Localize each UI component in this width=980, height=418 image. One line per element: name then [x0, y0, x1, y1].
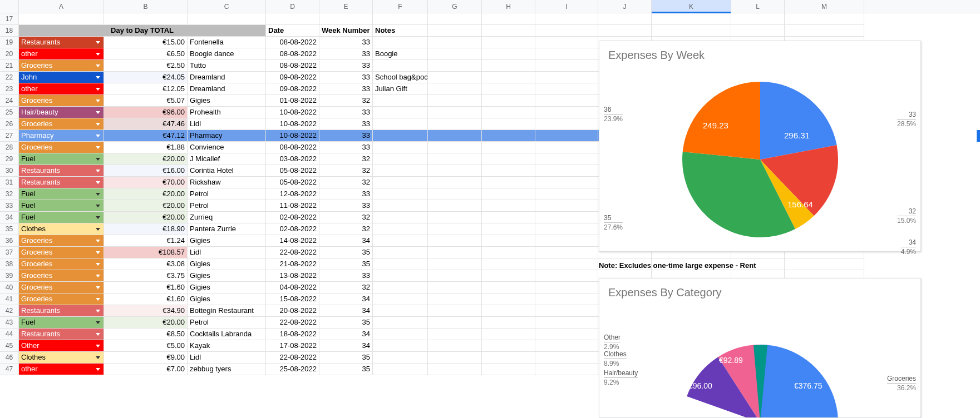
week-cell[interactable]: 34 [319, 305, 373, 317]
amount-cell[interactable]: €20.00 [104, 317, 188, 329]
category-dropdown[interactable]: Groceries [19, 270, 104, 282]
amount-cell[interactable]: €5.00 [104, 340, 188, 352]
cell[interactable] [428, 142, 482, 153]
week-cell[interactable]: 33 [319, 200, 373, 212]
cell[interactable] [482, 317, 535, 329]
week-cell[interactable]: 32 [319, 212, 373, 223]
chart-expenses-by-category[interactable]: Expenses By Category €92.89 €96.00 €376.… [599, 278, 921, 418]
col-header-H[interactable]: H [482, 0, 535, 13]
week-cell[interactable]: 32 [319, 165, 373, 177]
row-header[interactable]: 28 [0, 142, 19, 153]
row-header[interactable]: 24 [0, 95, 19, 107]
desc-cell[interactable]: Zurrieq [188, 212, 266, 223]
note-cell[interactable] [373, 153, 428, 165]
cell[interactable] [428, 352, 482, 364]
cell[interactable] [428, 153, 482, 165]
amount-cell[interactable]: €6.50 [104, 48, 188, 60]
note-cell[interactable] [373, 60, 428, 72]
cell[interactable] [188, 13, 266, 25]
cell[interactable] [482, 13, 535, 25]
amount-cell[interactable]: €9.00 [104, 352, 188, 364]
date-cell[interactable]: 09-08-2022 [266, 83, 319, 95]
category-dropdown[interactable]: Groceries [19, 258, 104, 270]
category-dropdown[interactable]: Restaurants [19, 165, 104, 177]
note-cell[interactable] [373, 258, 428, 270]
desc-cell[interactable]: Bottegin Restaurant [188, 305, 266, 317]
row-header[interactable]: 30 [0, 165, 19, 177]
row-header[interactable]: 18 [0, 25, 19, 37]
cell[interactable] [482, 340, 535, 352]
cell[interactable] [266, 13, 319, 25]
category-dropdown[interactable]: Groceries [19, 118, 104, 130]
cell[interactable] [535, 270, 598, 282]
row-header[interactable]: 38 [0, 258, 19, 270]
row-header[interactable]: 44 [0, 329, 19, 340]
cell[interactable] [482, 247, 535, 258]
date-cell[interactable]: 05-08-2022 [266, 177, 319, 188]
note-cell[interactable] [373, 364, 428, 375]
cell[interactable] [428, 200, 482, 212]
date-cell[interactable]: 02-08-2022 [266, 223, 319, 235]
date-cell[interactable]: 05-08-2022 [266, 165, 319, 177]
note-cell[interactable] [373, 130, 428, 142]
note-cell[interactable] [373, 37, 428, 48]
cell[interactable] [482, 364, 535, 375]
category-dropdown[interactable]: Restaurants [19, 37, 104, 48]
desc-cell[interactable]: J Micallef [188, 153, 266, 165]
row-header[interactable]: 25 [0, 107, 19, 118]
category-dropdown[interactable]: Groceries [19, 60, 104, 72]
row-header[interactable]: 34 [0, 212, 19, 223]
category-dropdown[interactable]: Groceries [19, 142, 104, 153]
col-header-B[interactable]: B [104, 0, 188, 13]
cell[interactable] [535, 235, 598, 247]
cell[interactable] [535, 364, 598, 375]
note-cell[interactable] [373, 317, 428, 329]
cell[interactable] [535, 317, 598, 329]
week-cell[interactable]: 33 [319, 118, 373, 130]
category-dropdown[interactable]: Pharmacy [19, 130, 104, 142]
col-header-A[interactable]: A [19, 0, 104, 13]
week-cell[interactable]: 33 [319, 130, 373, 142]
cell[interactable] [535, 118, 598, 130]
cell[interactable] [535, 200, 598, 212]
category-dropdown[interactable]: Restaurants [19, 177, 104, 188]
week-cell[interactable]: 32 [319, 177, 373, 188]
note-cell[interactable] [373, 270, 428, 282]
category-dropdown[interactable]: Restaurants [19, 305, 104, 317]
category-dropdown[interactable]: Groceries [19, 293, 104, 305]
desc-cell[interactable]: Petrol [188, 200, 266, 212]
row-header[interactable]: 27 [0, 130, 19, 142]
cell[interactable] [535, 223, 598, 235]
amount-cell[interactable]: €1.88 [104, 142, 188, 153]
cell[interactable] [535, 37, 598, 48]
cell[interactable] [535, 72, 598, 83]
date-cell[interactable]: 02-08-2022 [266, 212, 319, 223]
row-header[interactable]: 23 [0, 83, 19, 95]
cell[interactable] [482, 223, 535, 235]
category-dropdown[interactable]: Groceries [19, 282, 104, 293]
cell[interactable] [428, 13, 482, 25]
cell[interactable] [535, 48, 598, 60]
amount-cell[interactable]: €108.57 [104, 247, 188, 258]
cell[interactable] [428, 223, 482, 235]
desc-cell[interactable]: Lidl [188, 247, 266, 258]
cell[interactable] [482, 200, 535, 212]
cell[interactable] [785, 258, 864, 270]
note-cell[interactable] [373, 177, 428, 188]
cell[interactable] [428, 188, 482, 200]
desc-cell[interactable]: Rickshaw [188, 177, 266, 188]
week-cell[interactable]: 35 [319, 352, 373, 364]
cell[interactable] [535, 305, 598, 317]
category-dropdown[interactable]: Restaurants [19, 329, 104, 340]
cell[interactable] [428, 37, 482, 48]
cell[interactable] [482, 188, 535, 200]
cell[interactable] [428, 364, 482, 375]
cell[interactable] [535, 258, 598, 270]
category-dropdown[interactable]: Fuel [19, 317, 104, 329]
amount-cell[interactable]: €47.46 [104, 118, 188, 130]
category-dropdown[interactable]: Other [19, 340, 104, 352]
amount-cell[interactable]: €7.00 [104, 364, 188, 375]
category-dropdown[interactable]: Clothes [19, 352, 104, 364]
amount-cell[interactable]: €20.00 [104, 200, 188, 212]
cell[interactable] [482, 95, 535, 107]
